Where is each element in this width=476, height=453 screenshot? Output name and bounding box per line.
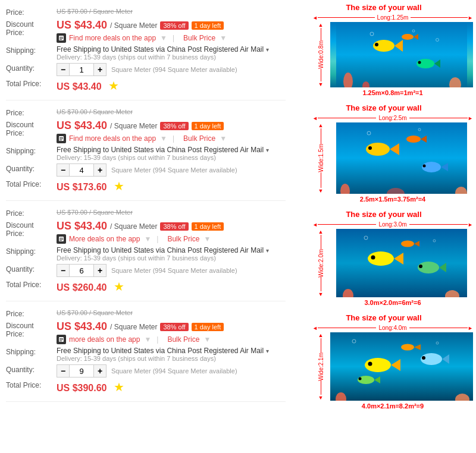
discount-row-3: DiscountPrice: US $43.40 / Square Meter … bbox=[6, 220, 286, 244]
svg-rect-9 bbox=[60, 238, 63, 238]
bulk-price-link-3[interactable]: Bulk Price bbox=[167, 235, 199, 243]
svg-rect-11 bbox=[60, 240, 62, 241]
discount-price-3: US $43.40 bbox=[57, 220, 107, 232]
price-label-4: Price: bbox=[6, 309, 57, 318]
svg-rect-31 bbox=[336, 122, 467, 194]
svg-point-66 bbox=[422, 356, 425, 360]
shipping-label-4: Shipping: bbox=[6, 347, 57, 356]
total-content-2: US $173.60 ★ bbox=[57, 179, 286, 193]
vert-arrow-3: ▲ Wide:2.0m ▼ bbox=[312, 229, 329, 297]
total-row-1: Total Price: US $43.40 ★ bbox=[6, 78, 286, 93]
qty-plus-2[interactable]: + bbox=[93, 163, 107, 177]
shipping-content-2: Free Shipping to United States via China… bbox=[57, 146, 286, 161]
discount-content-3: US $43.40 / Square Meter 38% off 1 day l… bbox=[57, 220, 286, 244]
app-deals-3: More deals on the app ▼ | Bulk Price ▼ bbox=[57, 234, 286, 244]
total-price-2: US $173.60 bbox=[57, 182, 107, 192]
app-deals-link-3[interactable]: More deals on the app bbox=[69, 235, 140, 243]
bulk-price-link-1[interactable]: Bulk Price bbox=[183, 34, 215, 42]
price-row-4: Price: US $70.00 / Square Meter bbox=[6, 309, 286, 318]
star-icon-4: ★ bbox=[114, 380, 124, 394]
svg-rect-5 bbox=[60, 137, 63, 138]
wall-section-3: The size of your wall ◄ Long:3.0m ► ▲ Wi… bbox=[295, 210, 473, 306]
discount-price-2: US $43.40 bbox=[57, 119, 107, 132]
svg-rect-6 bbox=[60, 139, 63, 139]
qty-available-2: Square Meter (994 Square Meter available… bbox=[111, 166, 237, 174]
product-row-4: Price: US $70.00 / Square Meter Discount… bbox=[6, 301, 286, 402]
long-label-2: Long:2.5m bbox=[376, 115, 409, 121]
price-row-1: Price: US $70.00 / Square Meter bbox=[6, 7, 286, 17]
horiz-arrow-2: ◄ Long:2.5m ► bbox=[312, 115, 473, 121]
app-icon-2 bbox=[57, 134, 66, 143]
total-label-2: Total Price: bbox=[6, 179, 57, 188]
product-row-2: Price: US $70.00 / Square Meter Discount… bbox=[6, 100, 286, 201]
qty-label-1: Quantity: bbox=[6, 63, 57, 73]
qty-minus-1[interactable]: − bbox=[57, 63, 70, 76]
shipping-main-4: Free Shipping to United States via China… bbox=[57, 347, 264, 355]
qty-input-4[interactable] bbox=[70, 364, 93, 378]
qty-label-4: Quantity: bbox=[6, 364, 57, 374]
total-content-3: US $260.40 ★ bbox=[57, 279, 286, 294]
discount-label-1: DiscountPrice: bbox=[6, 19, 57, 37]
vert-arrow-4: ▲ Wide:2.1m ▼ bbox=[312, 332, 329, 401]
qty-minus-4[interactable]: − bbox=[57, 364, 70, 378]
app-deals-1: Find more deals on the app ▼ | Bulk Pric… bbox=[57, 33, 286, 43]
shipping-content-4: Free Shipping to United States via China… bbox=[57, 347, 286, 362]
app-icon-3 bbox=[57, 234, 66, 244]
vert-arrow-2: ▲ Wide:1.5m ▼ bbox=[312, 122, 329, 194]
price-row-3: Price: US $70.00 / Square Meter bbox=[6, 208, 286, 218]
qty-minus-2[interactable]: − bbox=[57, 163, 70, 177]
badge-time-4: 1 day left bbox=[192, 323, 224, 331]
qty-content-3: − + Square Meter (994 Square Meter avail… bbox=[57, 264, 286, 277]
discount-label-3: DiscountPrice: bbox=[6, 220, 57, 238]
qty-minus-3[interactable]: − bbox=[57, 264, 70, 277]
bulk-price-link-4[interactable]: Bulk Price bbox=[167, 335, 199, 344]
qty-control-2: − + bbox=[57, 163, 107, 177]
app-deals-link-2[interactable]: Find more deals on the app bbox=[69, 134, 156, 143]
qty-plus-1[interactable]: + bbox=[93, 63, 107, 76]
svg-rect-2 bbox=[60, 38, 63, 39]
svg-point-22 bbox=[375, 43, 378, 46]
shipping-main-3: Free Shipping to United States via China… bbox=[57, 246, 264, 254]
qty-input-1[interactable] bbox=[70, 63, 93, 76]
shipping-main-1: Free Shipping to United States via China… bbox=[57, 45, 264, 54]
bulk-price-link-2[interactable]: Bulk Price bbox=[183, 134, 215, 143]
shipping-row-3: Shipping: Free Shipping to United States… bbox=[6, 246, 286, 262]
per-unit-4: / Square Meter bbox=[110, 323, 157, 331]
wall-title-2: The size of your wall bbox=[295, 103, 473, 112]
qty-plus-4[interactable]: + bbox=[93, 364, 107, 378]
total-content-4: US $390.60 ★ bbox=[57, 380, 286, 394]
main-container: Price: US $70.00 / Square Meter Discount… bbox=[0, 0, 476, 420]
svg-point-67 bbox=[401, 344, 414, 351]
badge-time-3: 1 day left bbox=[192, 222, 224, 231]
star-icon-1: ★ bbox=[108, 79, 119, 92]
qty-row-2: Quantity: − + Square Meter (994 Square M… bbox=[6, 163, 286, 177]
shipping-sub-3: Delivery: 15-39 days (ships out within 7… bbox=[57, 254, 286, 262]
shipping-row-4: Shipping: Free Shipping to United States… bbox=[6, 347, 286, 362]
qty-plus-3[interactable]: + bbox=[93, 264, 107, 277]
qty-control-4: − + bbox=[57, 364, 107, 378]
left-panel: Price: US $70.00 / Square Meter Discount… bbox=[0, 0, 292, 420]
per-unit-2: / Square Meter bbox=[110, 122, 157, 130]
app-icon-4 bbox=[57, 335, 66, 344]
total-content-1: US $43.40 ★ bbox=[57, 78, 286, 93]
wall-title-1: The size of your wall bbox=[295, 3, 473, 12]
wide-label-2: Wide:1.5m bbox=[318, 144, 324, 172]
qty-input-2[interactable] bbox=[70, 163, 93, 177]
svg-rect-7 bbox=[60, 140, 62, 140]
right-panel: The size of your wall ◄ Long:1.25m ► ▲ W… bbox=[292, 0, 476, 420]
badge-off-2: 38% off bbox=[160, 122, 188, 130]
qty-available-1: Square Meter (994 Square Meter available… bbox=[111, 66, 237, 73]
star-icon-3: ★ bbox=[114, 280, 124, 293]
total-label-3: Total Price: bbox=[6, 279, 57, 289]
discount-price-1: US $43.40 bbox=[57, 19, 107, 32]
app-deals-link-1[interactable]: Find more deals on the app bbox=[69, 34, 156, 42]
app-deals-link-4[interactable]: more deals on the app bbox=[69, 335, 140, 344]
fish-image-3 bbox=[330, 229, 473, 297]
discount-row-4: DiscountPrice: US $43.40 / Square Meter … bbox=[6, 320, 286, 344]
discount-price-4: US $43.40 bbox=[57, 320, 107, 333]
svg-point-26 bbox=[402, 34, 414, 40]
qty-input-3[interactable] bbox=[70, 264, 93, 277]
total-price-1: US $43.40 bbox=[57, 81, 102, 92]
app-deals-4: more deals on the app ▼ | Bulk Price ▼ bbox=[57, 335, 286, 344]
wall-img-container-1: ▲ Wide:0.8m ▼ bbox=[312, 22, 473, 87]
